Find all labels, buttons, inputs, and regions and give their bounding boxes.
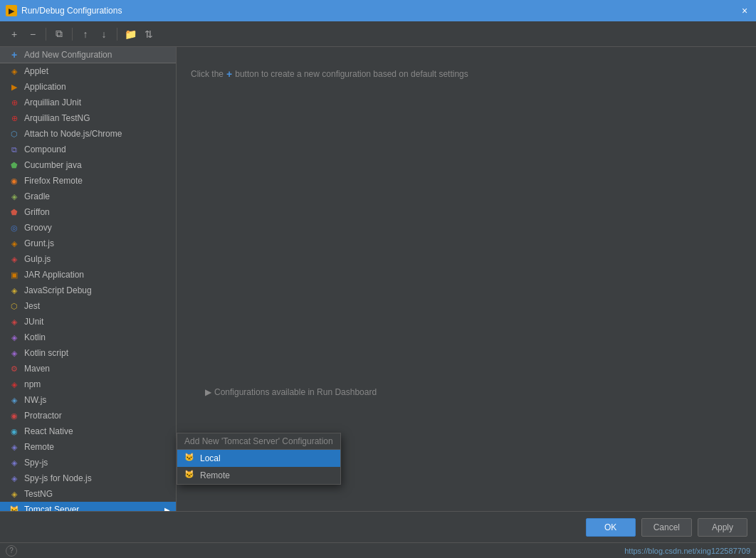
- tomcat-server-icon: 🐱: [9, 504, 20, 511]
- remove-config-button[interactable]: −: [24, 26, 41, 43]
- title-bar-left: ▶ Run/Debug Configurations: [6, 5, 122, 16]
- junit-icon: ◈: [9, 316, 20, 327]
- copy-config-button[interactable]: ⧉: [51, 26, 68, 43]
- groovy-icon: ◎: [9, 222, 20, 233]
- config-item-firefox-remote[interactable]: ◉ Firefox Remote: [0, 173, 176, 189]
- folder-button[interactable]: 📁: [122, 26, 139, 43]
- application-icon: ▶: [9, 81, 20, 93]
- config-item-react-native[interactable]: ◉ React Native: [0, 423, 176, 439]
- tomcat-server-label: Tomcat Server: [24, 505, 79, 511]
- gradle-label: Gradle: [24, 191, 50, 201]
- config-item-gruntjs[interactable]: ◈ Grunt.js: [0, 236, 176, 251]
- close-button[interactable]: ×: [739, 5, 750, 16]
- config-item-arquillian-junit[interactable]: ⊕ Arquillian JUnit: [0, 95, 176, 110]
- config-item-javascript-debug[interactable]: ◈ JavaScript Debug: [0, 283, 176, 298]
- toolbar: + − ⧉ ↑ ↓ 📁 ⇅: [0, 21, 756, 47]
- arquillian-junit-label: Arquillian JUnit: [24, 98, 81, 107]
- welcome-text-after: button to create a new configuration bas…: [235, 69, 468, 79]
- config-item-jest[interactable]: ⬡ Jest: [0, 298, 176, 314]
- app-icon: ▶: [6, 5, 17, 16]
- status-url: https://blog.csdn.net/xing122587709: [624, 547, 750, 555]
- arquillian-junit-icon: ⊕: [9, 97, 20, 108]
- config-item-jar-application[interactable]: ▣ JAR Application: [0, 267, 176, 283]
- config-item-groovy[interactable]: ◎ Groovy: [0, 220, 176, 236]
- attach-nodejs-label: Attach to Node.js/Chrome: [24, 129, 122, 139]
- react-native-label: React Native: [24, 426, 73, 436]
- spyjs-nodejs-label: Spy-js for Node.js: [24, 473, 92, 483]
- config-item-applet[interactable]: ◈ Applet: [0, 63, 176, 79]
- npm-label: npm: [24, 379, 41, 389]
- testng-icon: ◈: [9, 488, 20, 500]
- config-item-compound[interactable]: ⧉ Compound: [0, 142, 176, 157]
- gulpjs-label: Gulp.js: [24, 254, 51, 264]
- status-bar: ? https://blog.csdn.net/xing122587709: [0, 542, 756, 558]
- temp-limit-input[interactable]: [313, 454, 341, 468]
- sort-button[interactable]: ⇅: [140, 26, 157, 43]
- arquillian-testng-icon: ⊕: [9, 112, 20, 124]
- configs-available-section: ▶ Configurations available in Run Dashbo…: [205, 387, 377, 397]
- compound-label: Compound: [24, 144, 66, 154]
- config-item-attach-nodejs[interactable]: ⬡ Attach to Node.js/Chrome: [0, 126, 176, 142]
- config-item-kotlin-script[interactable]: ◈ Kotlin script: [0, 345, 176, 361]
- configs-available-arrow: ▶: [205, 387, 211, 397]
- config-item-spyjs[interactable]: ◈ Spy-js: [0, 455, 176, 470]
- add-config-button[interactable]: +: [6, 26, 23, 43]
- attach-nodejs-icon: ⬡: [9, 128, 20, 140]
- config-item-griffon[interactable]: ⬟ Griffon: [0, 204, 176, 220]
- toolbar-separator-3: [117, 28, 117, 41]
- config-item-kotlin[interactable]: ◈ Kotlin: [0, 330, 176, 345]
- config-item-testng[interactable]: ◈ TestNG: [0, 486, 176, 502]
- config-item-cucumber[interactable]: ⬟ Cucumber java: [0, 157, 176, 173]
- right-panel: Click the + button to create a new confi…: [177, 47, 756, 511]
- protractor-icon: ◉: [9, 410, 20, 421]
- dialog-buttons: OK Cancel Apply: [0, 511, 756, 542]
- protractor-label: Protractor: [24, 411, 62, 421]
- process-text: process termination: [191, 437, 742, 447]
- nwjs-label: NW.js: [24, 395, 46, 405]
- griffon-icon: ⬟: [9, 206, 20, 218]
- config-item-gradle[interactable]: ◈ Gradle: [0, 189, 176, 204]
- cancel-button[interactable]: Cancel: [641, 518, 692, 537]
- welcome-plus-icon: +: [226, 68, 232, 80]
- junit-label: JUnit: [24, 317, 43, 327]
- config-item-spyjs-nodejs[interactable]: ◈ Spy-js for Node.js: [0, 470, 176, 486]
- add-new-config-icon: +: [9, 49, 20, 60]
- groovy-label: Groovy: [24, 223, 52, 233]
- maven-icon: ⚙: [9, 363, 20, 374]
- move-down-button[interactable]: ↓: [95, 26, 112, 43]
- cucumber-icon: ⬟: [9, 159, 20, 171]
- config-item-tomcat-server[interactable]: 🐱 Tomcat Server ▶: [0, 502, 176, 511]
- javascript-debug-icon: ◈: [9, 285, 20, 296]
- applet-label: Applet: [24, 66, 48, 76]
- move-up-button[interactable]: ↑: [77, 26, 94, 43]
- jar-application-icon: ▣: [9, 269, 20, 280]
- jest-label: Jest: [24, 301, 40, 311]
- temp-limit-label: Temporary configurations limit:: [191, 456, 307, 466]
- help-button[interactable]: ?: [6, 545, 17, 557]
- ok-button[interactable]: OK: [586, 518, 636, 537]
- config-item-junit[interactable]: ◈ JUnit: [0, 314, 176, 330]
- config-item-npm[interactable]: ◈ npm: [0, 377, 176, 392]
- config-item-arquillian-testng[interactable]: ⊕ Arquillian TestNG: [0, 110, 176, 126]
- toolbar-separator-1: [46, 28, 46, 41]
- nwjs-icon: ◈: [9, 394, 20, 406]
- config-item-remote[interactable]: ◈ Remote: [0, 439, 176, 455]
- arquillian-testng-label: Arquillian TestNG: [24, 113, 90, 123]
- javascript-debug-label: JavaScript Debug: [24, 285, 92, 295]
- welcome-text-before: Click the: [191, 69, 224, 79]
- gradle-icon: ◈: [9, 191, 20, 202]
- config-item-application[interactable]: ▶ Application: [0, 79, 176, 95]
- add-new-config-header[interactable]: + Add New Configuration: [0, 47, 176, 63]
- config-item-gulpjs[interactable]: ◈ Gulp.js: [0, 251, 176, 267]
- config-item-nwjs[interactable]: ◈ NW.js: [0, 392, 176, 408]
- spyjs-nodejs-icon: ◈: [9, 473, 20, 484]
- config-item-maven[interactable]: ⚙ Maven: [0, 361, 176, 377]
- application-label: Application: [24, 82, 66, 92]
- config-item-protractor[interactable]: ◉ Protractor: [0, 408, 176, 423]
- maven-label: Maven: [24, 364, 50, 374]
- compound-icon: ⧉: [9, 144, 20, 155]
- jar-application-label: JAR Application: [24, 270, 84, 280]
- toolbar-separator-2: [72, 28, 73, 41]
- apply-button[interactable]: Apply: [698, 518, 747, 537]
- dialog: + − ⧉ ↑ ↓ 📁 ⇅ + Add New Configuration ◈ …: [0, 21, 756, 558]
